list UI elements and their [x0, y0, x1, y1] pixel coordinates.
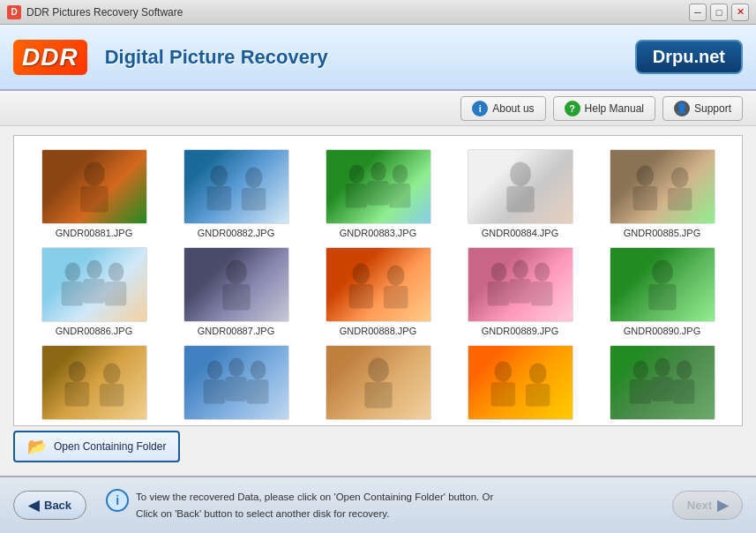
photo-thumbnail: [610, 345, 715, 420]
info-line2: Click on 'Back' button to select another…: [136, 506, 493, 522]
title-bar-text: DDR Pictures Recovery Software: [26, 6, 183, 19]
svg-point-26: [86, 259, 102, 279]
svg-rect-37: [383, 286, 408, 309]
back-label: Back: [44, 499, 71, 512]
svg-rect-3: [184, 150, 288, 223]
open-folder-button[interactable]: 📂 Open Containing Folder: [13, 431, 180, 462]
list-item[interactable]: GNDR00884.JPG: [453, 149, 587, 238]
svg-rect-25: [61, 282, 83, 306]
list-item[interactable]: GNDR00893.JPG: [311, 345, 445, 426]
svg-point-36: [386, 265, 404, 286]
list-item[interactable]: GNDR00894.JPG: [453, 345, 587, 426]
list-item[interactable]: GNDR00895.JPG: [595, 345, 729, 426]
support-button[interactable]: 👤 Support: [662, 96, 743, 121]
open-folder-label: Open Containing Folder: [54, 440, 166, 453]
svg-rect-74: [672, 379, 694, 404]
title-bar-controls: ─ □ ✕: [689, 4, 749, 21]
list-item[interactable]: GNDR00885.JPG: [595, 149, 729, 238]
info-line1: To view the recovered Data, please click…: [136, 489, 493, 505]
back-button[interactable]: ◀ Back: [13, 491, 86, 520]
svg-rect-29: [104, 282, 126, 306]
photo-filename: GNDR00881.JPG: [56, 228, 132, 238]
photo-thumbnail: [183, 149, 289, 224]
svg-point-1: [84, 161, 105, 186]
svg-point-73: [676, 360, 692, 379]
support-label: Support: [694, 102, 731, 115]
list-item[interactable]: GNDR00882.JPG: [169, 149, 303, 238]
list-item[interactable]: GNDR00892.JPG: [169, 345, 303, 426]
app-title: Digital Picture Recovery: [105, 46, 328, 69]
maximize-button[interactable]: □: [710, 4, 728, 21]
svg-point-51: [102, 363, 120, 384]
list-item[interactable]: GNDR00881.JPG: [27, 149, 161, 238]
help-label: Help Manual: [585, 102, 644, 115]
photo-filename: GNDR00888.JPG: [340, 326, 416, 336]
list-item[interactable]: GNDR00891.JPG: [27, 345, 161, 426]
svg-point-21: [670, 167, 688, 188]
svg-rect-18: [610, 150, 715, 223]
gallery-grid: GNDR00881.JPG GNDR00882.JPG GNDR00883.JP…: [14, 136, 742, 426]
info-text: To view the recovered Data, please click…: [136, 489, 493, 522]
svg-rect-47: [648, 284, 676, 311]
svg-rect-7: [241, 188, 266, 211]
photo-thumbnail: [326, 149, 431, 224]
info-icon: i: [472, 101, 488, 116]
svg-rect-20: [632, 186, 657, 211]
list-item[interactable]: GNDR00889.JPG: [453, 247, 587, 336]
photo-filename: GNDR00891.JPG: [56, 424, 132, 426]
photo-thumbnail: [41, 345, 147, 420]
main-content: GNDR00881.JPG GNDR00882.JPG GNDR00883.JP…: [0, 126, 756, 476]
svg-rect-63: [468, 346, 573, 419]
list-item[interactable]: GNDR00888.JPG: [311, 247, 445, 336]
list-item[interactable]: GNDR00886.JPG: [27, 247, 161, 336]
svg-point-28: [108, 262, 124, 282]
title-bar-left: D DDR Pictures Recovery Software: [7, 5, 183, 19]
svg-point-13: [392, 164, 408, 184]
action-bar: 📂 Open Containing Folder: [13, 426, 743, 467]
svg-rect-62: [364, 382, 392, 409]
photo-filename: GNDR00885.JPG: [624, 228, 700, 238]
folder-icon: 📂: [27, 437, 47, 456]
support-icon: 👤: [674, 101, 690, 116]
svg-rect-5: [206, 186, 231, 211]
svg-rect-32: [222, 284, 250, 311]
help-button[interactable]: ? Help Manual: [553, 96, 655, 121]
svg-rect-17: [506, 186, 534, 213]
photo-filename: GNDR00883.JPG: [340, 228, 416, 238]
svg-point-6: [244, 167, 262, 188]
photo-thumbnail: [41, 247, 147, 322]
svg-point-19: [636, 165, 654, 186]
close-button[interactable]: ✕: [731, 4, 749, 21]
logo: DDR: [13, 40, 87, 75]
svg-rect-27: [83, 279, 105, 304]
help-icon: ?: [565, 101, 580, 116]
svg-point-31: [226, 259, 247, 284]
photo-filename: GNDR00886.JPG: [56, 326, 132, 336]
photo-thumbnail: [468, 247, 573, 322]
svg-rect-42: [509, 279, 531, 304]
list-item[interactable]: GNDR00890.JPG: [595, 247, 729, 336]
photo-filename: GNDR00892.JPG: [198, 424, 274, 426]
svg-point-4: [210, 165, 228, 186]
svg-rect-2: [80, 186, 108, 213]
svg-rect-33: [326, 248, 430, 321]
svg-point-49: [68, 361, 86, 382]
svg-point-34: [352, 263, 370, 284]
svg-rect-59: [246, 379, 268, 404]
toolbar: i About us ? Help Manual 👤 Support: [0, 91, 756, 126]
photo-filename: GNDR00890.JPG: [624, 326, 700, 336]
svg-point-54: [206, 360, 222, 379]
about-button[interactable]: i About us: [460, 96, 545, 121]
app-header: DDR Digital Picture Recovery Drpu.net: [0, 25, 756, 91]
list-item[interactable]: GNDR00887.JPG: [169, 247, 303, 336]
photo-thumbnail: [468, 149, 573, 224]
photo-filename: GNDR00889.JPG: [482, 326, 558, 336]
minimize-button[interactable]: ─: [689, 4, 707, 21]
info-box: i To view the recovered Data, please cli…: [97, 489, 662, 522]
back-arrow-icon: ◀: [28, 497, 39, 514]
svg-rect-48: [42, 346, 146, 419]
gallery-container[interactable]: GNDR00881.JPG GNDR00882.JPG GNDR00883.JP…: [13, 135, 743, 426]
photo-thumbnail: [610, 247, 715, 322]
list-item[interactable]: GNDR00883.JPG: [311, 149, 445, 238]
title-bar: D DDR Pictures Recovery Software ─ □ ✕: [0, 0, 756, 25]
